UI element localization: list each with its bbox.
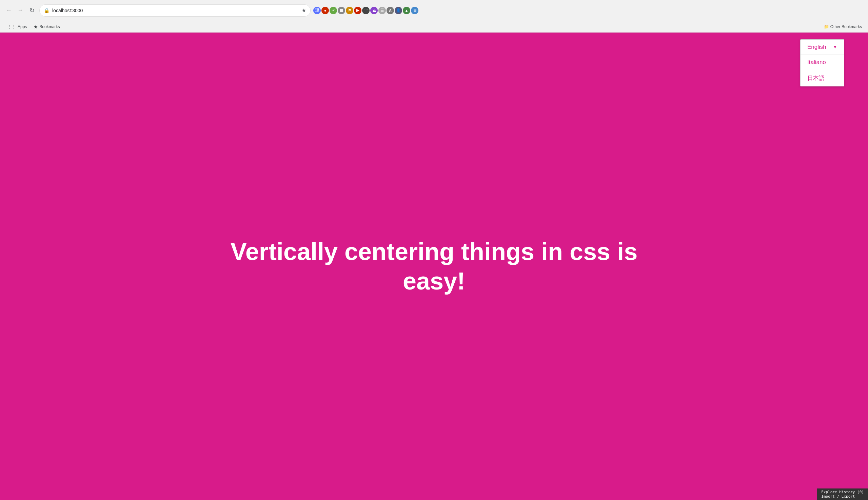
ext-icon-7[interactable]: ⋯ <box>362 7 370 14</box>
bookmarks-label: Bookmarks <box>40 24 60 29</box>
lang-italiano-label: Italiano <box>807 59 826 66</box>
address-input[interactable] <box>52 8 299 13</box>
lock-icon: 🔒 <box>44 8 49 13</box>
other-bookmarks-label: Other Bookmarks <box>830 24 862 29</box>
bookmarks-item[interactable]: ★ Bookmarks <box>31 23 63 31</box>
back-button[interactable]: ← <box>4 6 13 15</box>
ext-icon-3[interactable]: ✓ <box>329 7 337 14</box>
lang-option-english[interactable]: English ▼ <box>801 39 844 55</box>
bookmark-star-button[interactable]: ★ <box>302 7 306 13</box>
ext-icon-9[interactable]: ☰ <box>379 7 386 14</box>
apps-bookmark[interactable]: ⋮⋮ Apps <box>4 23 30 31</box>
extension-icons: 理 ● ✓ ▦ ⚑ ▶ ⋯ ⛰ ☰ A 👤 ▲ ⊞ <box>313 7 418 14</box>
ext-icon-12[interactable]: ▲ <box>403 7 410 14</box>
forward-button[interactable]: → <box>15 6 25 15</box>
status-line-1: Explore History (0) <box>821 490 864 494</box>
page-content: Vertically centering things in css is ea… <box>0 33 868 500</box>
ext-icon-13[interactable]: ⊞ <box>411 7 418 14</box>
browser-chrome: ← → ↻ 🔒 ★ 理 ● ✓ ▦ ⚑ ▶ ⋯ ⛰ ☰ A 👤 ▲ ⊞ <box>0 0 868 21</box>
ext-icon-8[interactable]: ⛰ <box>370 7 378 14</box>
ext-icon-1[interactable]: 理 <box>313 7 321 14</box>
lang-english-label: English <box>807 44 826 50</box>
status-bar: Explore History (0) Import / Export <box>817 488 868 500</box>
apps-icon: ⋮⋮ <box>7 24 16 30</box>
status-line-2: Import / Export <box>821 494 864 499</box>
apps-label: Apps <box>18 24 27 29</box>
lang-japanese-label: 日本語 <box>807 74 825 82</box>
ext-icon-2[interactable]: ● <box>322 7 329 14</box>
main-heading: Vertically centering things in css is ea… <box>214 237 654 296</box>
folder-icon: 📁 <box>824 24 829 29</box>
ext-icon-10[interactable]: A <box>386 7 394 14</box>
ext-icon-4[interactable]: ▦ <box>338 7 345 14</box>
ext-icon-6[interactable]: ▶ <box>354 7 361 14</box>
language-dropdown: English ▼ Italiano 日本語 <box>800 39 844 87</box>
nav-buttons: ← → ↻ <box>4 6 37 15</box>
bookmarks-star-icon: ★ <box>34 24 38 30</box>
bookmarks-bar: ⋮⋮ Apps ★ Bookmarks 📁 Other Bookmarks <box>0 21 868 33</box>
lang-option-japanese[interactable]: 日本語 <box>801 70 844 86</box>
ext-icon-11[interactable]: 👤 <box>395 7 402 14</box>
ext-icon-5[interactable]: ⚑ <box>346 7 353 14</box>
other-bookmarks[interactable]: 📁 Other Bookmarks <box>822 23 864 31</box>
lang-option-italiano[interactable]: Italiano <box>801 55 844 70</box>
dropdown-arrow-icon: ▼ <box>833 45 837 49</box>
reload-button[interactable]: ↻ <box>27 6 37 15</box>
address-bar-container: 🔒 ★ <box>40 4 311 16</box>
